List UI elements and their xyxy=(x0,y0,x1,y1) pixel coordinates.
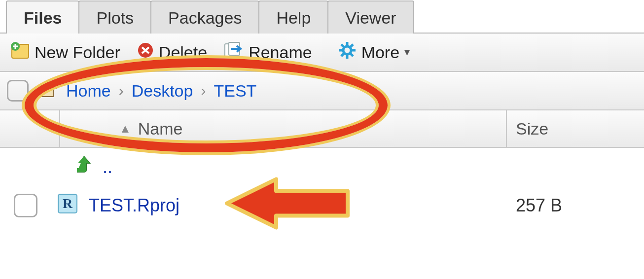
parent-dir-label: .. xyxy=(103,157,112,177)
rename-icon xyxy=(224,42,244,63)
chevron-down-icon: ▾ xyxy=(404,46,410,59)
rproj-icon: R xyxy=(56,192,79,219)
file-row-project: R TEST.Rproj 257 B xyxy=(0,186,644,225)
parent-dir-link[interactable]: .. xyxy=(56,155,507,179)
column-size-header[interactable]: Size xyxy=(507,110,644,147)
column-name-label: Name xyxy=(138,119,183,139)
more-button[interactable]: More ▾ xyxy=(334,39,414,66)
file-row-parent: .. xyxy=(0,148,644,186)
new-folder-button[interactable]: New Folder xyxy=(7,40,124,65)
up-arrow-icon xyxy=(75,155,93,179)
new-folder-label: New Folder xyxy=(35,43,120,62)
column-headers: ▲ Name Size xyxy=(0,110,644,148)
column-size-label: Size xyxy=(516,119,548,139)
gear-icon xyxy=(338,41,357,64)
svg-text:R: R xyxy=(63,196,73,211)
file-link-rproj[interactable]: R TEST.Rproj xyxy=(56,192,507,219)
file-name-label: TEST.Rproj xyxy=(89,195,179,216)
pane-tabs: Files Plots Packages Help Viewer xyxy=(0,0,644,34)
row-checkbox[interactable] xyxy=(14,194,37,217)
delete-icon xyxy=(137,42,154,63)
new-folder-icon xyxy=(11,42,30,63)
tab-viewer[interactable]: Viewer xyxy=(327,0,414,34)
home-icon[interactable] xyxy=(36,79,58,103)
sort-ascending-icon: ▲ xyxy=(119,122,131,136)
column-name-header[interactable]: ▲ Name xyxy=(60,110,507,147)
rename-button[interactable]: Rename xyxy=(220,40,316,65)
breadcrumb-desktop[interactable]: Desktop xyxy=(132,81,193,101)
more-label: More xyxy=(361,43,399,62)
column-check-placeholder xyxy=(0,110,60,147)
select-all-checkbox[interactable] xyxy=(7,80,29,102)
rename-label: Rename xyxy=(249,43,312,62)
files-toolbar: New Folder Delete Rename xyxy=(0,34,644,72)
svg-point-4 xyxy=(343,46,351,54)
breadcrumb-home[interactable]: Home xyxy=(66,81,111,101)
file-size-value: 257 B xyxy=(507,195,644,216)
breadcrumb-sep-2: › xyxy=(201,82,206,99)
tab-help[interactable]: Help xyxy=(258,0,328,34)
tab-packages[interactable]: Packages xyxy=(150,0,259,34)
breadcrumb-row: Home › Desktop › TEST xyxy=(0,72,644,110)
delete-label: Delete xyxy=(159,43,207,62)
tab-plots[interactable]: Plots xyxy=(78,0,151,34)
breadcrumb-sep-1: › xyxy=(119,82,124,99)
breadcrumb-test[interactable]: TEST xyxy=(214,81,256,101)
delete-button[interactable]: Delete xyxy=(133,40,211,65)
checkbox-placeholder xyxy=(14,155,37,179)
tab-files[interactable]: Files xyxy=(6,0,79,34)
